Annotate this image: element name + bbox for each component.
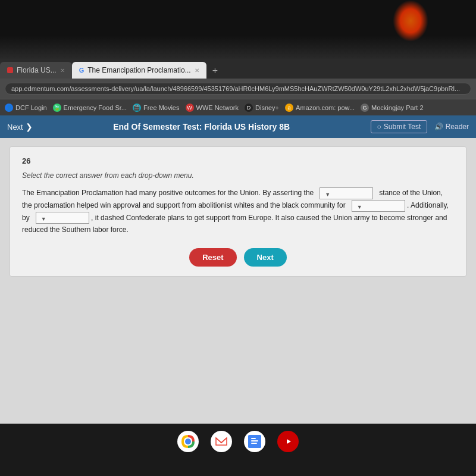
taskbar-chrome-icon[interactable] bbox=[177, 431, 199, 452]
bookmark-emergency-food[interactable]: 🍃 Emergency Food Sr... bbox=[53, 104, 127, 112]
bookmark-icon-movies: 🎬 bbox=[133, 104, 141, 112]
url-input[interactable] bbox=[5, 83, 471, 95]
reader-button[interactable]: 🔊 Reader bbox=[434, 123, 469, 131]
bookmark-label-amazon: Amazon.com: pow... bbox=[296, 104, 355, 111]
svg-rect-4 bbox=[251, 440, 258, 441]
bookmark-label-mockingjay: Mockingjay Part 2 bbox=[371, 104, 423, 111]
bookmark-dcf-login[interactable]: 👤 DCF Login bbox=[5, 104, 47, 112]
question-number: 26 bbox=[22, 156, 454, 165]
tab-bar: Florida US... ✕ G The Emancipation Procl… bbox=[0, 60, 476, 79]
main-content-area: 26 Select the correct answer from each d… bbox=[0, 138, 476, 424]
top-ambient-area bbox=[0, 0, 476, 60]
taskbar bbox=[0, 424, 476, 459]
bookmark-icon-mockingjay: G bbox=[361, 104, 369, 112]
tab-label-emancipation: The Emancipation Proclamatio... bbox=[87, 66, 190, 74]
bookmark-icon-amazon: a bbox=[285, 104, 293, 112]
tab-florida-us[interactable]: Florida US... ✕ bbox=[0, 62, 72, 79]
question-text-body: The Emancipation Proclamation had many p… bbox=[22, 187, 454, 236]
question-text-intro: The Emancipation Proclamation had many p… bbox=[22, 189, 314, 197]
tab-label-florida: Florida US... bbox=[17, 66, 57, 74]
bookmark-label-food: Emergency Food Sr... bbox=[64, 104, 127, 111]
svg-point-0 bbox=[185, 439, 191, 444]
bookmark-amazon[interactable]: a Amazon.com: pow... bbox=[285, 104, 355, 112]
taskbar-youtube-icon[interactable] bbox=[277, 431, 299, 452]
fire-glow bbox=[393, 0, 428, 42]
bookmark-icon-wwe: W bbox=[186, 104, 194, 112]
bookmark-label-wwe: WWE Network bbox=[196, 104, 239, 111]
tab-favicon-google: G bbox=[79, 67, 84, 74]
next-button[interactable]: Next bbox=[244, 248, 287, 267]
nav-next-label: Next bbox=[7, 123, 23, 131]
nav-next-button[interactable]: Next ❯ bbox=[7, 122, 33, 131]
nav-next-arrow-icon: ❯ bbox=[26, 122, 33, 131]
tab-favicon-red bbox=[7, 67, 13, 73]
reset-button[interactable]: Reset bbox=[189, 248, 236, 267]
svg-rect-3 bbox=[251, 438, 256, 439]
svg-rect-1 bbox=[215, 435, 228, 448]
reader-label: Reader bbox=[446, 123, 469, 131]
app-nav-bar: Next ❯ End Of Semester Test: Florida US … bbox=[0, 115, 476, 138]
tab-close-emancipation[interactable]: ✕ bbox=[195, 67, 199, 74]
action-buttons: Reset Next bbox=[22, 248, 454, 267]
bookmark-free-movies[interactable]: 🎬 Free Movies bbox=[133, 104, 180, 112]
dropdown-3[interactable] bbox=[36, 212, 89, 224]
test-title: End Of Semester Test: Florida US History… bbox=[42, 122, 361, 131]
bookmark-icon-disney: D bbox=[245, 104, 253, 112]
tab-emancipation[interactable]: G The Emancipation Proclamatio... ✕ bbox=[72, 62, 206, 79]
bookmark-icon-food: 🍃 bbox=[53, 104, 61, 112]
taskbar-gmail-icon[interactable] bbox=[211, 431, 232, 452]
dropdown-2[interactable] bbox=[352, 200, 405, 212]
address-bar bbox=[0, 79, 476, 99]
bookmark-label-dcf: DCF Login bbox=[15, 104, 47, 111]
bookmark-label-disney: Disney+ bbox=[255, 104, 279, 111]
bookmark-label-movies: Free Movies bbox=[143, 104, 180, 111]
svg-rect-5 bbox=[251, 443, 257, 444]
bookmark-icon-dcf: 👤 bbox=[5, 104, 13, 112]
new-tab-button[interactable]: + bbox=[206, 63, 224, 79]
nav-right-area: ○ Submit Test 🔊 Reader bbox=[371, 120, 469, 133]
question-card: 26 Select the correct answer from each d… bbox=[10, 146, 466, 277]
bookmark-disney[interactable]: D Disney+ bbox=[245, 104, 279, 112]
submit-label: Submit Test bbox=[384, 123, 421, 131]
reader-icon: 🔊 bbox=[434, 123, 443, 131]
submit-icon: ○ bbox=[377, 123, 381, 131]
tab-close-florida[interactable]: ✕ bbox=[60, 67, 65, 74]
submit-test-button[interactable]: ○ Submit Test bbox=[371, 120, 428, 133]
question-instruction: Select the correct answer from each drop… bbox=[22, 171, 454, 180]
dropdown-1[interactable] bbox=[320, 187, 373, 199]
bookmarks-bar: 👤 DCF Login 🍃 Emergency Food Sr... 🎬 Fre… bbox=[0, 99, 476, 115]
taskbar-docs-icon[interactable] bbox=[244, 431, 265, 452]
bookmark-wwe[interactable]: W WWE Network bbox=[186, 104, 239, 112]
bookmark-mockingjay[interactable]: G Mockingjay Part 2 bbox=[361, 104, 423, 112]
